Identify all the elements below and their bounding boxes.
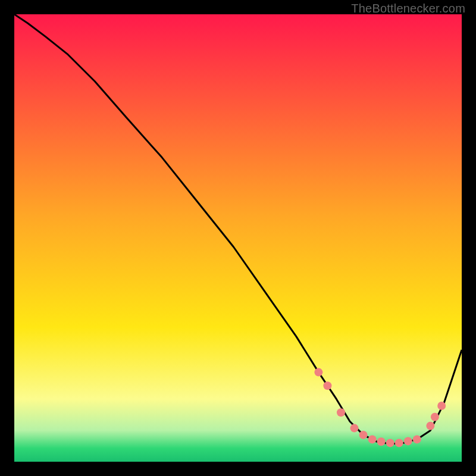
data-marker <box>359 431 368 439</box>
chart-svg <box>14 14 462 462</box>
data-marker <box>437 402 446 410</box>
data-marker <box>368 435 377 443</box>
attribution-text: TheBottlenecker.com <box>351 2 465 15</box>
figure-frame: TheBottlenecker.com <box>0 0 476 476</box>
data-marker <box>426 422 434 430</box>
data-marker <box>431 413 439 421</box>
plot-area <box>14 14 462 462</box>
data-marker <box>395 439 403 447</box>
data-marker <box>337 408 345 416</box>
data-marker <box>350 424 359 433</box>
data-marker <box>404 437 412 445</box>
data-marker <box>314 368 322 377</box>
data-marker <box>377 437 386 446</box>
data-marker <box>323 381 331 390</box>
data-marker <box>413 435 421 443</box>
data-marker <box>386 439 394 447</box>
gradient-background <box>14 14 462 462</box>
